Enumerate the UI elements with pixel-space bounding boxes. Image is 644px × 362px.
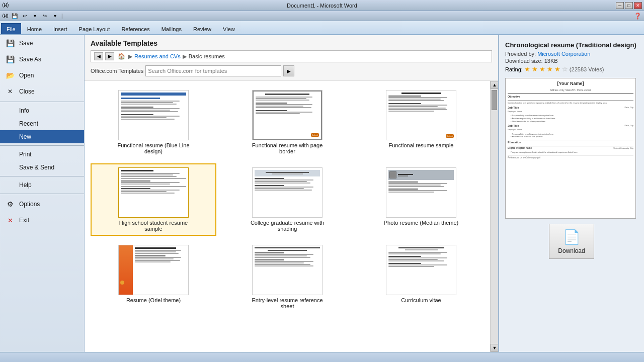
sidebar-divider2	[0, 145, 84, 146]
scroll-track: ▲ ▼	[490, 81, 498, 352]
search-label: Office.com Templates	[91, 68, 143, 74]
preview-provider: Provided by: Microsoft Corporation	[505, 51, 638, 57]
template-name-2: Functional resume with page border	[250, 142, 325, 154]
provider-link[interactable]: Microsoft Corporation	[537, 51, 590, 57]
sidebar-item-save[interactable]: 💾 Save	[0, 35, 84, 51]
template-name-1: Functional resume (Blue Line design)	[116, 142, 191, 154]
tab-insert[interactable]: Insert	[48, 24, 73, 34]
sidebar-divider4	[0, 194, 84, 194]
tab-mailings[interactable]: Mailings	[156, 24, 187, 34]
scroll-thumb[interactable]	[492, 90, 497, 110]
home-button[interactable]: 🏠	[116, 52, 126, 60]
tab-view[interactable]: View	[217, 24, 240, 34]
template-name-9: Curriculum vitae	[401, 297, 441, 303]
tab-page-layout[interactable]: Page Layout	[73, 24, 116, 34]
template-functional-blue[interactable]: Functional resume (Blue Line design)	[91, 86, 216, 158]
title-bar: 🄦 Document1 - Microsoft Word ─ □ ✕	[0, 0, 644, 11]
right-panel: Chronological resume (Traditional design…	[498, 35, 644, 352]
template-high-school[interactable]: High school student resume sample	[91, 163, 216, 236]
separator: |	[61, 13, 63, 19]
tab-file[interactable]: File	[1, 23, 21, 34]
help-icon-small[interactable]: ❓	[633, 12, 642, 20]
sidebar-item-save-send[interactable]: Save & Send	[0, 161, 84, 174]
template-name-5: College graduate resume with shading	[250, 220, 325, 232]
sidebar-item-recent[interactable]: Recent	[0, 117, 84, 130]
templates-grid: Functional resume (Blue Line design)	[85, 81, 490, 352]
preview-image-box: [Your Name] Address • City, State ZIP • …	[505, 78, 636, 219]
sidebar-item-print[interactable]: Print	[0, 148, 84, 161]
undo-btn[interactable]: ↩	[20, 12, 29, 20]
breadcrumb: ◀ ▶ 🏠 ▶ Resumes and CVs ▶ Basic resumes	[91, 50, 492, 62]
scroll-thumb-area	[491, 89, 498, 344]
forward-button[interactable]: ▶	[105, 52, 114, 60]
submit-badge-2: Submit	[311, 133, 319, 137]
back-button[interactable]: ◀	[94, 52, 103, 60]
breadcrumb-sep2: ▶	[183, 53, 187, 60]
minimize-button[interactable]: ─	[616, 2, 624, 9]
template-thumb-3: Submit	[386, 90, 456, 140]
template-thumb-9	[386, 245, 456, 295]
open-icon: 📂	[5, 70, 15, 80]
sidebar-divider3	[0, 176, 84, 176]
template-functional-border[interactable]: Submit Functional resume with page borde…	[224, 86, 350, 158]
template-functional-sample[interactable]: Submit Functional resume sample	[358, 86, 484, 158]
star-6-empty: ☆	[562, 65, 568, 73]
customize-btn[interactable]: ▾	[50, 12, 59, 20]
close-button[interactable]: ✕	[634, 2, 642, 9]
sidebar-item-save-as[interactable]: 💾 Save As	[0, 51, 84, 67]
tab-references[interactable]: References	[116, 24, 155, 34]
ribbon: File Home Insert Page Layout References …	[0, 21, 644, 35]
search-go-button[interactable]: ▶	[283, 65, 294, 76]
sidebar-item-options[interactable]: ⚙ Options	[0, 196, 84, 212]
star-2: ★	[532, 65, 538, 73]
status-bar	[0, 352, 644, 362]
download-button[interactable]: 📄 Download	[549, 224, 594, 259]
votes-text: (22583 Votes)	[570, 66, 604, 72]
title-bar-controls: ─ □ ✕	[616, 2, 642, 9]
breadcrumb-link-resumes[interactable]: Resumes and CVs	[134, 53, 181, 59]
template-name-3: Functional resume sample	[388, 142, 453, 148]
template-name-6: Photo resume (Median theme)	[384, 220, 459, 226]
tab-review[interactable]: Review	[188, 24, 217, 34]
template-college[interactable]: College graduate resume with shading	[224, 163, 350, 236]
sidebar-item-close[interactable]: ✕ Close	[0, 83, 84, 100]
template-name-8: Entry-level resume reference sheet	[250, 297, 325, 309]
word-logo: 🄦	[2, 13, 8, 20]
tab-home[interactable]: Home	[22, 24, 47, 34]
sidebar-item-help[interactable]: Help	[0, 178, 84, 192]
save-quick-btn[interactable]: 💾	[10, 12, 19, 20]
window-title: Document1 - Microsoft Word	[0, 3, 644, 9]
search-input[interactable]	[145, 65, 281, 76]
scroll-down-btn[interactable]: ▼	[491, 344, 498, 352]
search-bar: Office.com Templates ▶	[91, 65, 492, 76]
close-doc-icon: ✕	[5, 86, 15, 97]
preview-title: Chronological resume (Traditional design…	[505, 41, 638, 49]
template-photo[interactable]: Photo resume (Median theme)	[358, 163, 484, 236]
main-container: 💾 Save 💾 Save As 📂 Open ✕ Close Info Rec…	[0, 35, 644, 352]
download-icon: 📄	[563, 229, 581, 245]
sidebar-divider1	[0, 102, 84, 102]
grid-container: Functional resume (Blue Line design)	[85, 81, 498, 352]
sidebar-item-open[interactable]: 📂 Open	[0, 67, 84, 83]
template-oriel[interactable]: Resume (Oriel theme)	[91, 241, 216, 313]
template-cv[interactable]: Curriculum vitae	[358, 241, 484, 313]
options-icon: ⚙	[5, 199, 15, 209]
scroll-up-btn[interactable]: ▲	[491, 81, 498, 89]
template-entry[interactable]: Entry-level resume reference sheet	[224, 241, 350, 313]
restore-button[interactable]: □	[625, 2, 633, 9]
available-templates-title: Available Templates	[91, 39, 492, 47]
template-name-4: High school student resume sample	[116, 220, 191, 232]
redo-btn[interactable]: ↪	[40, 12, 49, 20]
content-area: Available Templates ◀ ▶ 🏠 ▶ Resumes and …	[85, 35, 498, 352]
sidebar-item-exit[interactable]: ✕ Exit	[0, 212, 84, 228]
undo-dropdown-btn[interactable]: ▾	[30, 12, 39, 20]
star-1: ★	[524, 65, 530, 73]
sidebar-item-new[interactable]: New	[0, 130, 84, 143]
template-thumb-4	[118, 167, 189, 218]
template-thumb-1	[118, 90, 189, 140]
star-5-half: ★	[554, 65, 560, 73]
preview-download-size: Download size: 13KB	[505, 58, 638, 64]
star-4: ★	[547, 65, 553, 73]
sidebar-item-info[interactable]: Info	[0, 104, 84, 117]
save-as-icon: 💾	[5, 54, 15, 64]
